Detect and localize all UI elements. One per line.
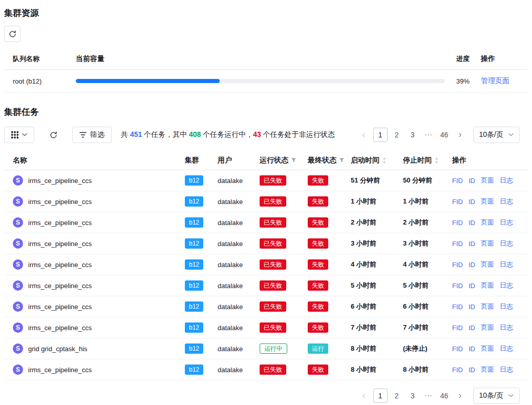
pagination-prev-button[interactable]: ‹: [357, 389, 371, 403]
tasks-table-header: 名称 集群 用户 运行状态 最终状态 启动时间: [4, 151, 528, 170]
final-status-badge: 失败: [308, 280, 328, 291]
id-link[interactable]: ID: [469, 198, 475, 206]
id-link[interactable]: ID: [469, 303, 475, 311]
pagination-page-button[interactable]: 46: [438, 389, 451, 403]
task-name: irms_ce_pipeline_ccs: [28, 240, 92, 248]
user-name: datalake: [218, 303, 260, 311]
page-link[interactable]: 页面: [481, 323, 494, 332]
id-link[interactable]: ID: [469, 324, 475, 332]
fid-link[interactable]: FID: [452, 324, 463, 332]
column-header-actions: 操作: [481, 54, 528, 64]
pagination-top: ‹ 1 2 3 ⋯ 46 › 10条/页: [357, 127, 528, 143]
cluster-tasks-section: 集群任务: [4, 106, 528, 404]
stop-time: 8 小时前: [403, 365, 452, 374]
resources-refresh-button[interactable]: [4, 26, 20, 42]
spark-avatar: S: [13, 322, 23, 333]
id-link[interactable]: ID: [469, 366, 475, 374]
page-link[interactable]: 页面: [481, 302, 494, 311]
fid-link[interactable]: FID: [452, 303, 463, 311]
sort-icon[interactable]: [382, 157, 387, 164]
pagination-page-button[interactable]: 1: [373, 389, 388, 403]
fid-link[interactable]: FID: [452, 366, 463, 374]
task-name: irms_ce_pipeline_ccs: [28, 198, 92, 206]
pagination-ellipsis[interactable]: ⋯: [422, 389, 435, 403]
pagination-page-button[interactable]: 3: [406, 128, 419, 142]
page-link[interactable]: 页面: [481, 281, 494, 290]
cluster-badge: b12: [185, 280, 203, 291]
page-link[interactable]: 页面: [481, 344, 494, 353]
sort-icon[interactable]: [434, 157, 439, 164]
pagination-page-button[interactable]: 1: [373, 128, 388, 142]
id-link[interactable]: ID: [469, 177, 475, 185]
tasks-table-body: S irms_ce_pipeline_ccs b12 datalake 已失败 …: [4, 170, 528, 380]
log-link[interactable]: 日志: [500, 323, 513, 332]
page-link[interactable]: 页面: [481, 365, 494, 374]
manage-page-link[interactable]: 管理页面: [481, 76, 509, 86]
summary-text: 个任务运行中，: [201, 130, 253, 138]
fid-link[interactable]: FID: [452, 177, 463, 185]
page-size-select[interactable]: 10条/页: [473, 388, 520, 404]
layout-dropdown-button[interactable]: [4, 127, 34, 143]
pagination-prev-button[interactable]: ‹: [357, 128, 371, 142]
id-link[interactable]: ID: [469, 282, 475, 290]
page-link[interactable]: 页面: [481, 218, 494, 227]
tasks-refresh-button[interactable]: [45, 127, 61, 143]
filter-button[interactable]: 筛选: [72, 127, 112, 143]
pagination-page-button[interactable]: 2: [390, 389, 403, 403]
cluster-badge: b12: [185, 343, 203, 354]
stop-time: 3 小时前: [403, 239, 452, 248]
pagination-page-button[interactable]: 2: [390, 128, 403, 142]
summary-text: 个任务，其中: [142, 130, 189, 138]
user-name: datalake: [218, 261, 260, 269]
log-link[interactable]: 日志: [500, 176, 513, 185]
id-link[interactable]: ID: [469, 345, 475, 353]
filter-funnel-icon[interactable]: [339, 157, 345, 163]
fid-link[interactable]: FID: [452, 282, 463, 290]
pagination-page-button[interactable]: 3: [406, 389, 419, 403]
run-status-badge: 已失败: [260, 217, 286, 228]
progress-fill: [76, 79, 220, 83]
table-row: S irms_ce_pipeline_ccs b12 datalake 已失败 …: [4, 296, 528, 317]
user-name: datalake: [218, 282, 260, 290]
column-header-user: 用户: [218, 156, 232, 165]
log-link[interactable]: 日志: [500, 218, 513, 227]
log-link[interactable]: 日志: [500, 260, 513, 269]
spark-avatar: S: [13, 280, 23, 291]
fid-link[interactable]: FID: [452, 240, 463, 248]
id-link[interactable]: ID: [469, 261, 475, 269]
pagination-next-button[interactable]: ›: [454, 389, 467, 403]
pagination-page-button[interactable]: 46: [438, 128, 451, 142]
page-link[interactable]: 页面: [481, 260, 494, 269]
final-status-badge: 失败: [308, 301, 328, 312]
filter-funnel-icon[interactable]: [291, 157, 296, 163]
tasks-table: 名称 集群 用户 运行状态 最终状态 启动时间: [4, 151, 528, 380]
summary-text: 个任务处于非运行状态: [261, 130, 335, 138]
log-link[interactable]: 日志: [500, 197, 513, 206]
fid-link[interactable]: FID: [452, 261, 463, 269]
column-header-actions: 操作: [452, 156, 466, 165]
page-size-select[interactable]: 10条/页: [473, 127, 520, 143]
chevron-down-icon: [508, 394, 514, 397]
running-count: 408: [189, 130, 201, 138]
id-link[interactable]: ID: [469, 219, 475, 227]
final-status-badge: 失败: [308, 238, 328, 249]
run-status-badge: 已失败: [260, 196, 286, 207]
fid-link[interactable]: FID: [452, 345, 463, 353]
page-link[interactable]: 页面: [481, 176, 494, 185]
log-link[interactable]: 日志: [500, 344, 513, 353]
fid-link[interactable]: FID: [452, 219, 463, 227]
log-link[interactable]: 日志: [500, 239, 513, 248]
resources-table: 队列名称 当前容量 进度 操作 root (b12) 39% 管理页面: [4, 48, 528, 93]
run-status-badge: 已失败: [260, 175, 286, 186]
page-link[interactable]: 页面: [481, 239, 494, 248]
start-time: 4 小时前: [351, 260, 403, 269]
spark-avatar: S: [13, 238, 23, 249]
id-link[interactable]: ID: [469, 240, 475, 248]
fid-link[interactable]: FID: [452, 198, 463, 206]
page-link[interactable]: 页面: [481, 197, 494, 206]
log-link[interactable]: 日志: [500, 302, 513, 311]
log-link[interactable]: 日志: [500, 365, 513, 374]
pagination-ellipsis[interactable]: ⋯: [422, 128, 435, 142]
log-link[interactable]: 日志: [500, 281, 513, 290]
pagination-next-button[interactable]: ›: [454, 128, 467, 142]
